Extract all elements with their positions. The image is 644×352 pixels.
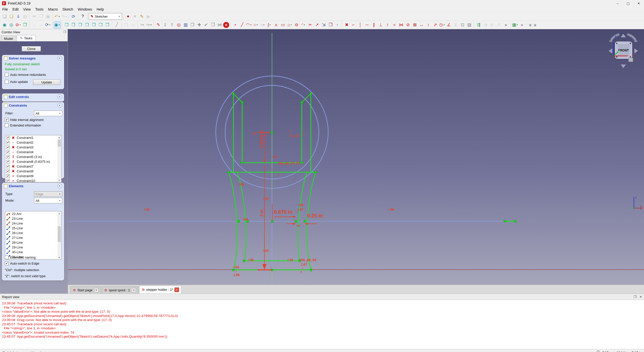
collapse-chevron-icon[interactable]: «: [57, 94, 62, 99]
constrain-vertical-button[interactable]: │: [357, 22, 364, 28]
extended-info-checkbox[interactable]: Extended information: [5, 123, 41, 127]
element-list-scrollbar[interactable]: ▲ ▼: [57, 212, 61, 259]
constrain-parallel-button[interactable]: ∥: [371, 22, 377, 28]
select-dof-button[interactable]: ⇶: [475, 22, 482, 28]
view-bottom-button[interactable]: ❒: [97, 22, 104, 28]
constraint-row[interactable]: ✔IConstraint5 (3 in): [5, 154, 61, 159]
rotate-view-button[interactable]: ⟳▼: [45, 22, 51, 28]
close-tab-icon[interactable]: ✕: [174, 287, 179, 292]
view-top-button[interactable]: ❒: [77, 22, 83, 28]
macro-edit-button[interactable]: ✎: [138, 13, 145, 20]
sketch-section-button[interactable]: ▥: [182, 22, 189, 28]
nav-style-selector[interactable]: CAD ▼: [602, 351, 612, 352]
mini-cube-icon[interactable]: [629, 58, 633, 62]
external-geometry-button[interactable]: ⇲: [320, 22, 327, 28]
draw-style-button[interactable]: ⊘▼: [15, 22, 21, 28]
create-polygon-button[interactable]: ⌂▼: [286, 22, 293, 28]
constraint-row[interactable]: ✔✖Constraint8: [5, 169, 61, 174]
zoom-button[interactable]: ◉▼: [54, 22, 61, 28]
menu-macro[interactable]: Macro: [46, 7, 60, 12]
view-rear-button[interactable]: ❒: [91, 22, 97, 28]
element-row[interactable]: 23-Line: [5, 216, 61, 221]
sketch-reorient-button[interactable]: ✚: [196, 22, 202, 28]
float-panel-icon[interactable]: ❐: [63, 30, 66, 34]
autoswitch-edge-checkbox[interactable]: ✔ Auto-switch to Edge: [5, 262, 39, 265]
element-row[interactable]: 27-Line: [5, 235, 61, 240]
constrain-angle-button[interactable]: ∠: [446, 22, 452, 28]
constrain-lock-button[interactable]: ⊠: [412, 22, 418, 28]
close-task-button[interactable]: Close: [22, 46, 41, 51]
constrain-vdistance-button[interactable]: ↕: [425, 22, 432, 28]
menu-edit[interactable]: Edit: [10, 7, 21, 12]
collapse-chevron-icon[interactable]: «: [57, 56, 62, 60]
create-bspline-button[interactable]: ∫▼: [266, 22, 273, 28]
collapse-chevron-icon[interactable]: «: [57, 184, 62, 188]
report-log[interactable]: 23:39:08 Traceback (most recent call las…: [0, 300, 644, 349]
constraint-row[interactable]: ✔✖Constraint3: [5, 145, 61, 150]
sketch-attach-button[interactable]: ⇧: [169, 22, 175, 28]
menu-windows[interactable]: Windows: [75, 7, 94, 12]
overflow-button[interactable]: »: [503, 22, 509, 28]
navigation-cube[interactable]: FRONT Z Y X: [606, 31, 641, 72]
create-fillet-button[interactable]: ◜▼: [300, 22, 307, 28]
maximize-button[interactable]: ▢: [623, 0, 633, 7]
toggle-driving-button[interactable]: ⊡: [459, 22, 466, 28]
document-tab[interactable]: ⚙Start page✕: [70, 286, 101, 294]
constrain-coincident-button[interactable]: ✖: [343, 22, 350, 28]
menu-help[interactable]: Help: [94, 7, 106, 12]
workbench-selector[interactable]: ✎Sketcher▼: [89, 13, 122, 20]
constrain-tangent-button[interactable]: ≀: [384, 22, 391, 28]
constrain-radius-button[interactable]: ◷▼: [439, 22, 445, 28]
constrain-hdistance-button[interactable]: ↔: [418, 22, 425, 28]
hide-internal-checkbox[interactable]: ✔ Hide internal alignment: [5, 118, 44, 122]
constrain-perpendicular-button[interactable]: ⊥: [377, 22, 384, 28]
menu-tools[interactable]: Tools: [33, 7, 46, 12]
sketch-view-button[interactable]: ◎: [175, 22, 182, 28]
element-row[interactable]: 26-Line: [5, 231, 61, 235]
update-button[interactable]: Update: [33, 79, 60, 85]
constraint-row[interactable]: ✔⌐Constraint4: [5, 150, 61, 154]
nav-up-arrow[interactable]: [621, 34, 626, 37]
constrain-distance-button[interactable]: ⇗: [432, 22, 438, 28]
create-line-button[interactable]: ╱: [239, 22, 245, 28]
open-file-button[interactable]: ❑: [8, 13, 15, 20]
save-file-button[interactable]: ⇓: [15, 13, 21, 20]
menu-view[interactable]: View: [21, 7, 33, 12]
sketch-geometry[interactable]: [228, 94, 516, 270]
view-right-button[interactable]: ❒: [84, 22, 90, 28]
create-rectangle-button[interactable]: ▭: [280, 22, 286, 28]
new-file-button[interactable]: ❏: [1, 13, 8, 20]
constraint-list-scrollbar[interactable]: ▲ ▼: [57, 136, 61, 182]
document-tab[interactable]: ⚙stepper holder : 1*✕: [139, 285, 182, 294]
carbon-copy-button[interactable]: ❐: [327, 22, 334, 28]
extended-naming-checkbox[interactable]: Extended naming: [5, 255, 36, 259]
menu-sketch[interactable]: Sketch: [60, 7, 75, 12]
constraint-row[interactable]: ✔=Constraint10: [5, 178, 61, 182]
constraint-row[interactable]: ✔IConstraint6 (0.8375 in): [5, 159, 61, 164]
sketch-merge-button[interactable]: ❐: [210, 22, 216, 28]
view-axonometric-button[interactable]: ❒: [63, 22, 70, 28]
create-conic-button[interactable]: ◌▼: [259, 22, 266, 28]
element-mode-select[interactable]: All▼: [34, 198, 62, 203]
whats-this-button[interactable]: ?: [79, 13, 86, 20]
sketch-edit-button[interactable]: ✎: [155, 22, 162, 28]
sketch-validate-button[interactable]: ✔: [203, 22, 209, 28]
macro-record-button[interactable]: ●: [125, 13, 131, 20]
tab-tasks[interactable]: ✎Tasks: [17, 35, 36, 41]
close-tab-icon[interactable]: ✕: [94, 288, 99, 293]
element-row[interactable]: 29-Line: [5, 245, 61, 250]
create-circle-button[interactable]: ○▼: [252, 22, 259, 28]
measure-button[interactable]: ╱: [113, 22, 120, 28]
constrain-equal-button[interactable]: =: [391, 22, 398, 28]
construction-mode-button[interactable]: ▫: [334, 22, 341, 28]
sketch-leave-button[interactable]: ⇩: [162, 22, 168, 28]
select-box-button[interactable]: ❒: [22, 22, 28, 28]
virtual-space2-button[interactable]: ▣: [533, 22, 537, 27]
menu-file[interactable]: File: [0, 7, 10, 12]
tab-model[interactable]: Model: [1, 36, 16, 41]
trim-edge-button[interactable]: ✂: [307, 22, 313, 28]
constrain-symmetric-button[interactable]: ⋈: [398, 22, 404, 28]
constraint-row[interactable]: ✔✖Constraint7: [5, 164, 61, 169]
view-left-button[interactable]: ❒: [104, 22, 111, 28]
document-tab[interactable]: ⚙spool spool : 1✕: [102, 286, 139, 294]
